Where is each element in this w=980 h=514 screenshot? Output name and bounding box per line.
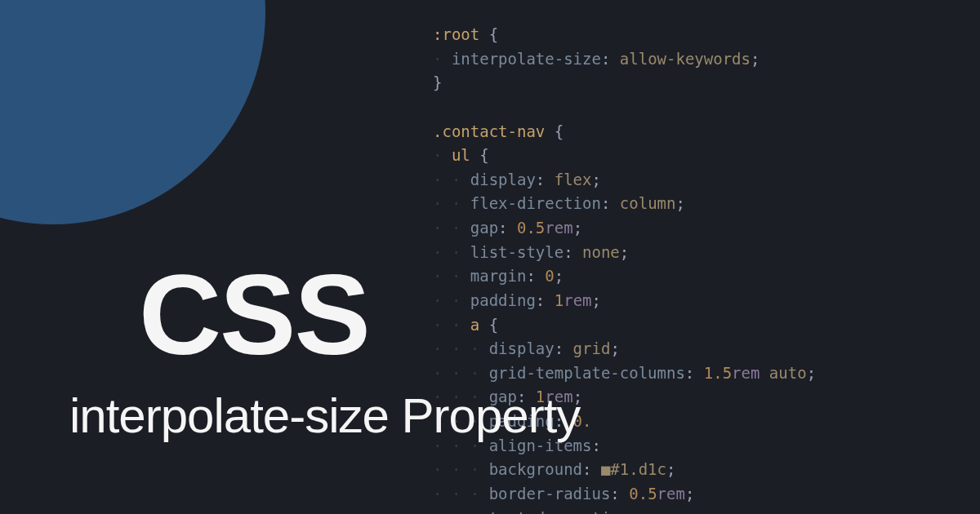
title-sub: interpolate-size Property xyxy=(69,388,580,444)
title-main: CSS xyxy=(139,249,369,381)
decorative-circle xyxy=(0,0,265,224)
